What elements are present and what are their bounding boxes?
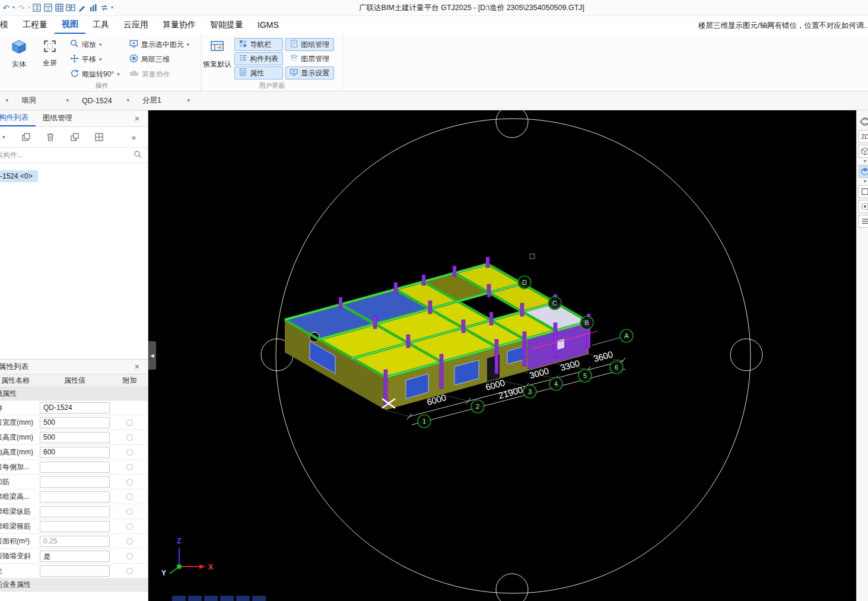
fullscreen-button[interactable]: 全屏 <box>35 35 65 82</box>
tab-cloud-apps[interactable]: 云应用 <box>116 16 155 34</box>
property-value-input[interactable] <box>40 521 110 532</box>
property-label: 名称 <box>0 403 39 413</box>
taskbar-item[interactable] <box>204 596 218 601</box>
property-value-input[interactable]: 500 <box>40 432 110 443</box>
property-label: 洞口宽度(mm) <box>0 418 39 428</box>
restore-default-button[interactable]: 恢复默认 <box>202 35 232 82</box>
component-search[interactable]: 搜索构件... <box>0 147 148 163</box>
toggle-layer-mgmt[interactable]: 图层管理 <box>285 52 334 65</box>
property-value-input[interactable]: 500 <box>40 417 110 428</box>
attach-radio[interactable] <box>126 568 133 574</box>
close-icon[interactable]: × <box>135 114 139 123</box>
tab-smart-takeoff[interactable]: 智能提量 <box>203 16 250 34</box>
property-value-input[interactable]: 600 <box>40 447 110 458</box>
attach-radio[interactable] <box>126 449 133 456</box>
category-combo[interactable]: 墙洞 ▾ <box>17 94 74 108</box>
tab-collaboration[interactable]: 算量协作 <box>155 16 203 34</box>
edit-pen-icon[interactable] <box>77 2 87 13</box>
taskbar-item[interactable] <box>172 596 186 601</box>
attach-radio[interactable] <box>126 494 133 500</box>
property-value-input[interactable] <box>40 506 110 517</box>
view-list-button[interactable] <box>859 215 868 228</box>
attach-radio[interactable] <box>126 479 133 485</box>
tab-tools[interactable]: 工具 <box>85 16 116 34</box>
taskbar-item[interactable] <box>188 596 202 601</box>
pan-button[interactable]: 平移 ▾ <box>66 52 124 66</box>
tab-drawing-mgmt[interactable]: 图纸管理 <box>36 110 80 126</box>
toggle-nav-bar[interactable]: 导航栏 <box>234 38 283 51</box>
shaded-view-button[interactable] <box>859 165 868 178</box>
rotate-90-button[interactable]: 顺旋转90° ▾ <box>66 67 124 81</box>
taskbar-item[interactable] <box>252 596 266 601</box>
property-value-input[interactable] <box>40 491 110 503</box>
zoom-button[interactable]: 缩放 ▾ <box>66 37 124 52</box>
transfer-arrows-icon[interactable] <box>100 2 109 13</box>
more-tools-icon[interactable]: » <box>132 133 136 142</box>
tab-quantities[interactable]: 工程量 <box>15 16 55 34</box>
attach-radio[interactable] <box>126 508 133 515</box>
tab-igms[interactable]: IGMS <box>250 16 286 34</box>
undo-caret-icon[interactable]: ▾ <box>12 5 15 10</box>
taskbar-item[interactable] <box>236 596 250 601</box>
hidden-combo[interactable]: ▾ <box>0 94 13 108</box>
frame-view-button[interactable] <box>859 185 868 198</box>
taskbar-item[interactable] <box>220 596 234 601</box>
table-grid-icon[interactable] <box>55 2 64 13</box>
toggle-display-settings[interactable]: 显示设置 <box>285 66 334 80</box>
property-value-input[interactable]: 是 <box>40 551 110 562</box>
attach-radio[interactable] <box>126 434 133 441</box>
search-input[interactable]: 搜索构件... <box>0 150 133 160</box>
attach-radio[interactable] <box>126 553 133 559</box>
attach-radio[interactable] <box>126 464 133 470</box>
property-value-input[interactable] <box>40 565 110 577</box>
entity-button[interactable]: 实体 <box>4 35 34 82</box>
property-row: 加强暗梁高... <box>0 489 148 504</box>
copy-icon[interactable] <box>20 131 33 144</box>
toolbar-overflow-icon[interactable]: ▾ <box>111 5 113 10</box>
panel-collapse-handle[interactable]: ◀ <box>148 341 156 370</box>
close-icon[interactable]: × <box>135 362 139 371</box>
attach-radio[interactable] <box>126 419 133 426</box>
storey-grid-icon[interactable] <box>93 131 106 144</box>
property-value-input[interactable] <box>40 462 110 473</box>
component-item-selected[interactable]: QD-1524 <0> <box>0 170 38 182</box>
tab-modeling[interactable]: 建模 <box>0 16 15 34</box>
tab-component-list[interactable]: 构件列表 <box>0 110 36 126</box>
delete-icon[interactable] <box>44 131 57 144</box>
summary-calc-icon[interactable] <box>32 2 42 13</box>
layer-copy-icon[interactable] <box>68 131 81 144</box>
local-3d-button[interactable]: 局部三维 <box>125 52 194 66</box>
show-selected-button[interactable]: 显示选中图元 ▾ <box>125 37 194 52</box>
ribbon-tab-bar: 建模 工程量 视图 工具 云应用 算量协作 智能提量 IGMS 楼层三维显示图元… <box>0 16 868 34</box>
attach-radio[interactable] <box>126 523 133 530</box>
property-value-input[interactable] <box>40 476 110 488</box>
toggle-drawing-mgmt[interactable]: 图纸管理 <box>285 38 334 51</box>
view-2d-button[interactable]: 2D <box>859 130 868 143</box>
columns-check-icon[interactable] <box>88 2 98 13</box>
element-combo[interactable]: QD-1524 ▾ <box>77 94 134 108</box>
layer-combo[interactable]: 分层1 ▾ <box>138 94 195 108</box>
tab-view[interactable]: 视图 <box>55 16 85 34</box>
property-row: 名称 QD-1524 <box>0 400 148 415</box>
shaded-view-caret-icon[interactable]: ▾ <box>859 179 868 184</box>
model-viewport-canvas[interactable]: 6000 6000 3000 3300 3600 21900 1 2 3 4 5… <box>148 110 856 601</box>
orbit-view-icon[interactable] <box>859 115 868 128</box>
view-cube-button[interactable] <box>859 145 868 158</box>
report-table-icon[interactable] <box>43 2 53 13</box>
toggle-properties[interactable]: 属性 <box>234 66 283 80</box>
property-row: 洞口高度(mm) 500 <box>0 430 148 445</box>
view-cube-caret-icon[interactable]: ▾ <box>859 158 868 164</box>
property-value-input[interactable]: QD-1524 <box>40 402 110 414</box>
redo-icon[interactable]: ↷ <box>17 2 26 13</box>
taskbar-peek <box>172 596 266 601</box>
new-component-icon[interactable] <box>0 131 1 144</box>
help-question-link[interactable]: 楼层三维显示图元/轴网有错位，位置不对应如何调... <box>698 21 868 31</box>
new-component-caret-icon[interactable]: ▾ <box>2 135 5 140</box>
attach-radio[interactable] <box>126 538 133 545</box>
toggle-component-list[interactable]: 构件列表 <box>234 52 283 65</box>
pan-caret-icon: ▾ <box>99 57 102 62</box>
redo-caret-icon[interactable]: ▾ <box>28 5 30 10</box>
double-table-icon[interactable] <box>66 2 75 13</box>
undo-icon[interactable]: ↶ <box>1 2 11 13</box>
section-box-button[interactable] <box>859 200 868 213</box>
